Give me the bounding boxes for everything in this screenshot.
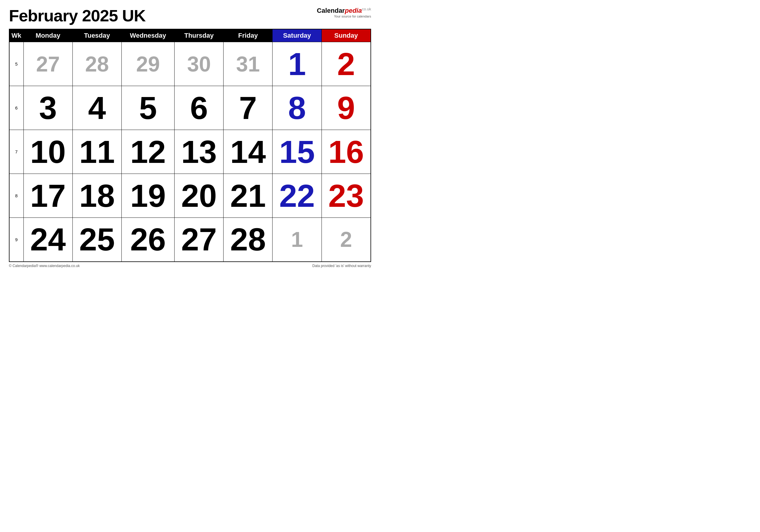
week-number: 5 xyxy=(9,42,24,86)
day-number: 30 xyxy=(187,52,211,76)
day-number: 11 xyxy=(79,134,115,170)
day-cell: 28 xyxy=(223,218,272,262)
day-number: 4 xyxy=(88,90,106,126)
day-cell: 26 xyxy=(121,218,174,262)
day-cell: 8 xyxy=(272,86,321,130)
logo-couk: co.uk xyxy=(362,7,371,11)
day-cell: 21 xyxy=(223,174,272,218)
day-cell: 19 xyxy=(121,174,174,218)
day-cell: 28 xyxy=(72,42,121,86)
day-cell: 20 xyxy=(174,174,223,218)
col-header-sunday: Sunday xyxy=(321,29,371,42)
day-cell: 10 xyxy=(24,130,72,174)
day-cell: 3 xyxy=(24,86,72,130)
col-header-friday: Friday xyxy=(223,29,272,42)
day-number: 9 xyxy=(337,90,355,126)
day-number: 27 xyxy=(181,221,217,257)
day-cell: 15 xyxy=(272,130,321,174)
col-header-thursday: Thursday xyxy=(174,29,223,42)
day-cell: 27 xyxy=(24,42,72,86)
day-number: 28 xyxy=(85,52,109,76)
day-cell: 22 xyxy=(272,174,321,218)
day-cell: 24 xyxy=(24,218,72,262)
day-number: 2 xyxy=(337,46,355,82)
day-cell: 30 xyxy=(174,42,223,86)
day-number: 14 xyxy=(230,134,266,170)
header-row: Wk Monday Tuesday Wednesday Thursday Fri… xyxy=(9,29,371,42)
footer: © Calendarpedia® www.calendarpedia.co.uk… xyxy=(9,264,371,268)
week-number: 7 xyxy=(9,130,24,174)
day-number: 20 xyxy=(181,178,217,214)
logo-tagline: Your source for calendars xyxy=(334,15,371,18)
day-cell: 18 xyxy=(72,174,121,218)
day-number: 23 xyxy=(328,178,364,214)
week-row: 9242526272812 xyxy=(9,218,371,262)
day-cell: 5 xyxy=(121,86,174,130)
day-number: 27 xyxy=(36,52,60,76)
day-number: 15 xyxy=(279,134,315,170)
col-header-saturday: Saturday xyxy=(272,29,321,42)
day-number: 13 xyxy=(181,134,217,170)
logo-calendar: Calendar xyxy=(317,7,345,14)
day-number: 22 xyxy=(279,178,315,214)
day-cell: 25 xyxy=(72,218,121,262)
col-header-wk: Wk xyxy=(9,29,24,42)
calendar-table: Wk Monday Tuesday Wednesday Thursday Fri… xyxy=(9,29,371,262)
week-number: 6 xyxy=(9,86,24,130)
page-header: February 2025 UK Calendarpediaco.uk Your… xyxy=(9,6,371,25)
day-cell: 6 xyxy=(174,86,223,130)
day-cell: 14 xyxy=(223,130,272,174)
col-header-tuesday: Tuesday xyxy=(72,29,121,42)
day-number: 29 xyxy=(136,52,160,76)
day-number: 18 xyxy=(79,178,115,214)
logo-text: Calendarpediaco.uk xyxy=(317,7,371,14)
week-row: 5272829303112 xyxy=(9,42,371,86)
day-cell: 27 xyxy=(174,218,223,262)
week-row: 63456789 xyxy=(9,86,371,130)
day-number: 12 xyxy=(130,134,166,170)
day-number: 19 xyxy=(130,178,166,214)
day-number: 24 xyxy=(30,221,66,257)
day-number: 21 xyxy=(230,178,266,214)
day-cell: 23 xyxy=(321,174,371,218)
col-header-wednesday: Wednesday xyxy=(121,29,174,42)
week-number: 9 xyxy=(9,218,24,262)
logo-pedia: pedia xyxy=(345,7,361,14)
week-row: 817181920212223 xyxy=(9,174,371,218)
footer-right: Data provided 'as is' without warranty xyxy=(312,264,371,268)
page-title: February 2025 UK xyxy=(9,6,145,25)
day-number: 8 xyxy=(288,90,306,126)
footer-left: © Calendarpedia® www.calendarpedia.co.uk xyxy=(9,264,80,268)
day-cell: 13 xyxy=(174,130,223,174)
week-row: 710111213141516 xyxy=(9,130,371,174)
week-number: 8 xyxy=(9,174,24,218)
day-cell: 11 xyxy=(72,130,121,174)
day-cell: 9 xyxy=(321,86,371,130)
day-cell: 12 xyxy=(121,130,174,174)
day-number: 31 xyxy=(236,52,260,76)
day-number: 1 xyxy=(291,228,303,251)
day-cell: 16 xyxy=(321,130,371,174)
day-cell: 4 xyxy=(72,86,121,130)
day-cell: 1 xyxy=(272,218,321,262)
day-number: 17 xyxy=(30,178,66,214)
day-number: 3 xyxy=(39,90,57,126)
day-number: 16 xyxy=(328,134,364,170)
day-number: 2 xyxy=(340,228,352,251)
day-number: 10 xyxy=(30,134,66,170)
day-number: 1 xyxy=(288,46,306,82)
day-cell: 7 xyxy=(223,86,272,130)
day-cell: 17 xyxy=(24,174,72,218)
day-number: 6 xyxy=(190,90,208,126)
day-cell: 29 xyxy=(121,42,174,86)
logo-area: Calendarpediaco.uk Your source for calen… xyxy=(317,6,371,18)
day-cell: 2 xyxy=(321,218,371,262)
day-cell: 1 xyxy=(272,42,321,86)
day-number: 26 xyxy=(130,221,166,257)
day-cell: 31 xyxy=(223,42,272,86)
col-header-monday: Monday xyxy=(24,29,72,42)
day-number: 28 xyxy=(230,221,266,257)
day-cell: 2 xyxy=(321,42,371,86)
day-number: 25 xyxy=(79,221,115,257)
day-number: 5 xyxy=(139,90,157,126)
